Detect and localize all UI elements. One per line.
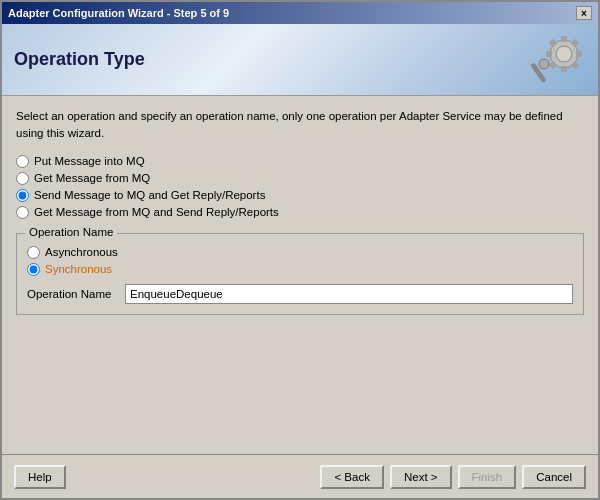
header-banner: Operation Type: [2, 24, 598, 96]
svg-point-11: [539, 59, 549, 69]
svg-rect-3: [561, 66, 567, 72]
radio-get-reply[interactable]: Get Message from MQ and Send Reply/Repor…: [16, 206, 584, 219]
radio-put-message-input[interactable]: [16, 155, 29, 168]
radio-get-message-input[interactable]: [16, 172, 29, 185]
wizard-window: Adapter Configuration Wizard - Step 5 of…: [0, 0, 600, 500]
radio-get-message-label: Get Message from MQ: [34, 172, 150, 184]
operation-name-input[interactable]: [125, 284, 573, 304]
operation-name-row: Operation Name: [27, 284, 573, 304]
description-text: Select an operation and specify an opera…: [16, 108, 584, 143]
radio-synchronous[interactable]: Synchronous: [27, 263, 573, 276]
close-button[interactable]: ×: [576, 6, 592, 20]
operation-type-group: Put Message into MQ Get Message from MQ …: [16, 155, 584, 219]
radio-asynchronous[interactable]: Asynchronous: [27, 246, 573, 259]
wizard-icon: [526, 32, 586, 87]
svg-rect-5: [576, 51, 582, 57]
svg-rect-2: [561, 36, 567, 42]
footer-right: < Back Next > Finish Cancel: [320, 465, 586, 489]
group-legend-label: Operation Name: [25, 226, 117, 238]
cancel-button[interactable]: Cancel: [522, 465, 586, 489]
main-content: Select an operation and specify an opera…: [2, 96, 598, 454]
radio-get-reply-label: Get Message from MQ and Send Reply/Repor…: [34, 206, 279, 218]
async-label: Asynchronous: [45, 246, 118, 258]
radio-get-reply-input[interactable]: [16, 206, 29, 219]
radio-get-message[interactable]: Get Message from MQ: [16, 172, 584, 185]
sync-async-group: Asynchronous Synchronous: [27, 246, 573, 276]
back-button[interactable]: < Back: [320, 465, 383, 489]
radio-put-message-label: Put Message into MQ: [34, 155, 145, 167]
footer: Help < Back Next > Finish Cancel: [2, 454, 598, 498]
svg-point-1: [556, 46, 572, 62]
window-title: Adapter Configuration Wizard - Step 5 of…: [8, 7, 229, 19]
help-button[interactable]: Help: [14, 465, 66, 489]
sync-label: Synchronous: [45, 263, 112, 275]
footer-left: Help: [14, 465, 66, 489]
radio-put-message[interactable]: Put Message into MQ: [16, 155, 584, 168]
title-bar: Adapter Configuration Wizard - Step 5 of…: [2, 2, 598, 24]
next-button[interactable]: Next >: [390, 465, 452, 489]
radio-send-message[interactable]: Send Message to MQ and Get Reply/Reports: [16, 189, 584, 202]
op-name-label: Operation Name: [27, 288, 117, 300]
page-title: Operation Type: [14, 49, 145, 70]
finish-button[interactable]: Finish: [458, 465, 517, 489]
operation-name-group: Operation Name Asynchronous Synchronous …: [16, 233, 584, 315]
radio-sync-input[interactable]: [27, 263, 40, 276]
svg-rect-4: [546, 51, 552, 57]
radio-async-input[interactable]: [27, 246, 40, 259]
radio-send-message-input[interactable]: [16, 189, 29, 202]
radio-send-message-label: Send Message to MQ and Get Reply/Reports: [34, 189, 265, 201]
